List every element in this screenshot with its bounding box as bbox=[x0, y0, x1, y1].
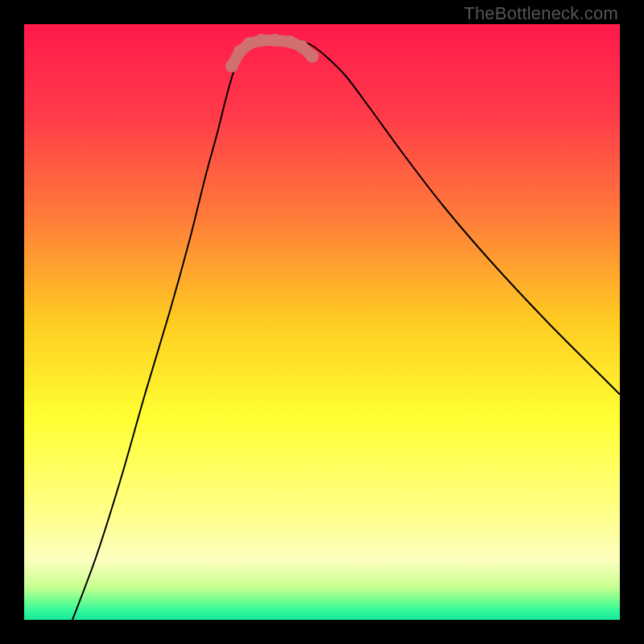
chart-curve-layer bbox=[24, 24, 620, 620]
bottleneck-curve bbox=[72, 40, 620, 620]
valley-dot bbox=[269, 34, 282, 47]
valley-dot bbox=[243, 37, 256, 50]
valley-dot bbox=[225, 60, 238, 72]
chart-frame bbox=[24, 24, 620, 620]
watermark-text: TheBottleneck.com bbox=[464, 3, 618, 24]
valley-dot bbox=[306, 50, 319, 63]
valley-dot bbox=[295, 40, 308, 53]
valley-dot bbox=[255, 34, 268, 47]
valley-dot bbox=[283, 35, 296, 48]
